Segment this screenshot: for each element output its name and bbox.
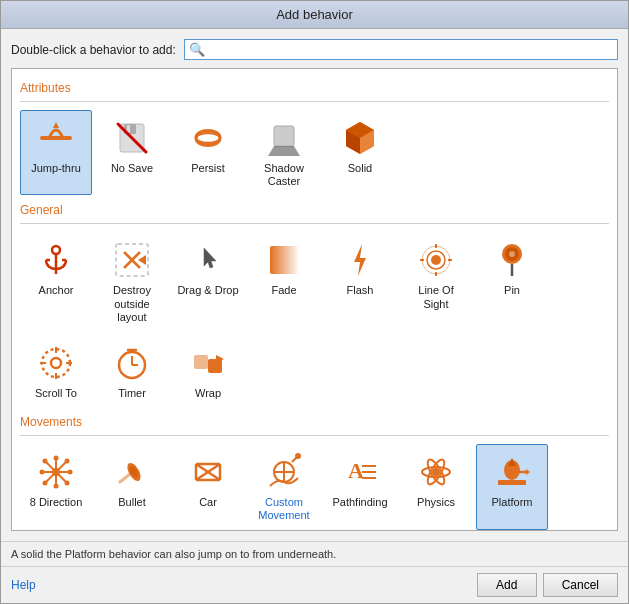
behavior-item-fade[interactable]: Fade — [248, 232, 320, 331]
behavior-item-shadow-caster[interactable]: Shadow Caster — [248, 110, 320, 195]
svg-marker-1 — [53, 122, 59, 128]
behavior-item-destroy-outside[interactable]: Destroy outside layout — [96, 232, 168, 331]
no-save-icon — [111, 117, 153, 159]
wrap-label: Wrap — [195, 387, 221, 400]
svg-point-58 — [43, 481, 48, 486]
behavior-item-custom-movement[interactable]: Custom Movement — [248, 444, 320, 529]
svg-point-13 — [52, 246, 60, 254]
line-of-sight-icon — [415, 239, 457, 281]
svg-rect-21 — [270, 246, 298, 274]
platform-label: Platform — [492, 496, 533, 509]
section-divider-movements — [20, 435, 609, 436]
flash-icon — [339, 239, 381, 281]
cancel-button[interactable]: Cancel — [543, 573, 618, 597]
jump-thru-label: Jump-thru — [31, 162, 81, 175]
behavior-item-anchor[interactable]: Anchor — [20, 232, 92, 331]
svg-rect-7 — [274, 126, 294, 146]
pathfinding-label: Pathfinding — [332, 496, 387, 509]
behavior-item-car[interactable]: Car — [172, 444, 244, 529]
fade-icon — [263, 239, 305, 281]
drag-drop-label: Drag & Drop — [177, 284, 238, 297]
no-save-label: No Save — [111, 162, 153, 175]
car-label: Car — [199, 496, 217, 509]
solid-icon — [339, 117, 381, 159]
svg-point-59 — [65, 481, 70, 486]
section-label-movements: Movements — [20, 415, 609, 429]
shadow-caster-label: Shadow Caster — [253, 162, 315, 188]
svg-rect-83 — [498, 480, 526, 485]
add-behavior-dialog: Add behavior Double-click a behavior to … — [0, 0, 629, 604]
scroll-to-label: Scroll To — [35, 387, 77, 400]
wrap-icon — [187, 342, 229, 384]
svg-marker-8 — [268, 146, 300, 156]
physics-label: Physics — [417, 496, 455, 509]
behavior-item-jump-thru[interactable]: Jump-thru — [20, 110, 92, 195]
add-button[interactable]: Add — [477, 573, 537, 597]
behavior-item-timer[interactable]: Timer — [96, 335, 168, 407]
search-icon: 🔍 — [189, 42, 205, 57]
svg-text:A: A — [348, 458, 364, 483]
svg-point-60 — [52, 468, 60, 476]
svg-point-34 — [42, 349, 70, 377]
8-direction-icon — [35, 451, 77, 493]
persist-icon — [187, 117, 229, 159]
svg-point-53 — [54, 484, 59, 489]
attributes-grid: Jump-thru No Save — [20, 110, 609, 195]
behavior-item-platform[interactable]: Platform — [476, 444, 548, 529]
search-box[interactable]: 🔍 — [184, 39, 618, 60]
custom-movement-label: Custom Movement — [253, 496, 315, 522]
behavior-item-line-of-sight[interactable]: Line Of Sight — [400, 232, 472, 331]
search-input[interactable] — [208, 43, 613, 57]
drag-drop-icon — [187, 239, 229, 281]
behavior-item-physics[interactable]: Physics — [400, 444, 472, 529]
svg-point-33 — [509, 251, 515, 257]
svg-point-54 — [40, 470, 45, 475]
svg-marker-87 — [526, 469, 530, 475]
behavior-item-solid[interactable]: Solid — [324, 110, 396, 195]
bullet-icon — [111, 451, 153, 493]
destroy-outside-icon — [111, 239, 153, 281]
behavior-item-scroll-to[interactable]: Scroll To — [20, 335, 92, 407]
movements-grid: 8 Direction Bullet — [20, 444, 609, 531]
line-of-sight-label: Line Of Sight — [405, 284, 467, 310]
dialog-content: Double-click a behavior to add: 🔍 Attrib… — [1, 29, 628, 541]
svg-rect-0 — [40, 136, 72, 140]
behavior-item-pin[interactable]: Pin — [476, 232, 548, 331]
persist-label: Persist — [191, 162, 225, 175]
behavior-item-persist[interactable]: Persist — [172, 110, 244, 195]
custom-movement-icon — [263, 451, 305, 493]
behavior-item-no-save[interactable]: No Save — [96, 110, 168, 195]
behavior-item-drag-drop[interactable]: Drag & Drop — [172, 232, 244, 331]
svg-point-55 — [68, 470, 73, 475]
behavior-item-pathfinding[interactable]: A Pathfinding — [324, 444, 396, 529]
svg-point-82 — [432, 468, 440, 476]
car-icon — [187, 451, 229, 493]
search-row: Double-click a behavior to add: 🔍 — [11, 39, 618, 60]
svg-point-35 — [51, 358, 61, 368]
behavior-item-wrap[interactable]: Wrap — [172, 335, 244, 407]
behavior-item-flash[interactable]: Flash — [324, 232, 396, 331]
behaviors-list: Attributes Jump-thru — [11, 68, 618, 531]
solid-label: Solid — [348, 162, 372, 175]
fade-label: Fade — [271, 284, 296, 297]
general-grid: Anchor Destroy outside layout — [20, 232, 609, 407]
svg-point-23 — [431, 255, 441, 265]
jump-thru-icon — [35, 117, 77, 159]
destroy-outside-label: Destroy outside layout — [101, 284, 163, 324]
behavior-item-bullet[interactable]: Bullet — [96, 444, 168, 529]
behavior-item-8-direction[interactable]: 8 Direction — [20, 444, 92, 529]
help-link[interactable]: Help — [11, 578, 36, 592]
status-bar: A solid the Platform behavior can also j… — [1, 541, 628, 566]
platform-icon — [491, 451, 533, 493]
svg-point-6 — [196, 133, 220, 143]
status-text: A solid the Platform behavior can also j… — [11, 548, 336, 560]
pin-icon — [491, 239, 533, 281]
svg-rect-45 — [194, 355, 208, 369]
svg-point-56 — [43, 459, 48, 464]
timer-label: Timer — [118, 387, 146, 400]
svg-point-57 — [65, 459, 70, 464]
anchor-label: Anchor — [39, 284, 74, 297]
physics-icon — [415, 451, 457, 493]
timer-icon — [111, 342, 153, 384]
section-divider-attributes — [20, 101, 609, 102]
